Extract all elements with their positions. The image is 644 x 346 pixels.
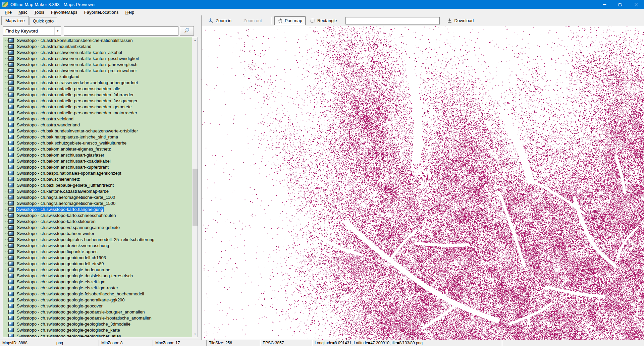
- tree-item[interactable]: Swisstopo - ch.swisstopo.digitales-hoehe…: [3, 236, 192, 242]
- toolbar-input[interactable]: [345, 17, 440, 24]
- tree-item[interactable]: Swisstopo - ch.swisstopo-karto.schneesch…: [3, 212, 192, 218]
- scroll-down-icon[interactable]: ▼: [192, 331, 198, 337]
- close-button[interactable]: [628, 0, 644, 9]
- tree-item[interactable]: Swisstopo - ch.swisstopo.geologie-dosisl…: [3, 273, 192, 279]
- tree-item-label: Swisstopo - ch.nagra.aeromagnetische-kar…: [16, 194, 116, 200]
- tree-item[interactable]: Swisstopo - ch.astra.mountainbikeland: [3, 43, 192, 49]
- tree-item[interactable]: Swisstopo - ch.nagra.aeromagnetische-kar…: [3, 200, 192, 206]
- scroll-up-icon[interactable]: ▲: [192, 37, 198, 43]
- tree-item[interactable]: Swisstopo - ch.swisstopo.geologie-geocov…: [3, 303, 192, 309]
- map-layer-icon: [8, 99, 14, 103]
- tree-item[interactable]: Swisstopo - ch.bav.schienennetz: [3, 176, 192, 182]
- rectangle-select-icon: [310, 18, 315, 23]
- tree-item-label: Swisstopo - ch.astra.strassenverkehrszae…: [16, 80, 139, 85]
- status-bar: MapsID: 3888pngMinZoom: 8MaxZoom: 17Tile…: [0, 340, 644, 346]
- tree-item[interactable]: Swisstopo - ch.baspo.nationales-sportanl…: [3, 170, 192, 176]
- tree-connector: [4, 76, 8, 77]
- find-mode-dropdown[interactable]: Find by Keyword ▼: [3, 26, 61, 36]
- tree-item[interactable]: Swisstopo - ch.swisstopo.geologie-bodenu…: [3, 267, 192, 273]
- menu-item-help[interactable]: Help: [122, 9, 137, 15]
- tree-item[interactable]: Swisstopo - ch.astra.schwerverunfallte-k…: [3, 67, 192, 73]
- scrollbar-thumb[interactable]: [193, 169, 198, 226]
- restore-button[interactable]: [612, 0, 628, 9]
- tree-item[interactable]: Swisstopo - ch.nagra.aeromagnetische-kar…: [3, 194, 192, 200]
- menu-item-file[interactable]: File: [2, 9, 14, 15]
- tree-item[interactable]: Swisstopo - ch.swisstopo.dreiecksvermasc…: [3, 242, 192, 248]
- tree-item[interactable]: Swisstopo - ch.bak.schutzgebiete-unesco_…: [3, 140, 192, 146]
- tree-item[interactable]: Swisstopo - ch.astra.unfaelle-personensc…: [3, 110, 192, 116]
- menu-item-tools[interactable]: Tools: [32, 9, 47, 15]
- pan-map-button[interactable]: Pan map: [274, 16, 306, 25]
- tree-item[interactable]: Swisstopo - ch.bak.bundesinventar-schuet…: [3, 128, 192, 134]
- tree-item-label: Swisstopo - ch.astra.schwerverunfallte-k…: [16, 62, 139, 67]
- zoom-in-label: Zoom in: [216, 18, 231, 23]
- tree-item[interactable]: Swisstopo - ch.astra.unfaelle-personensc…: [3, 92, 192, 98]
- tree-item[interactable]: Swisstopo - ch.astra.unfaelle-personensc…: [3, 85, 192, 92]
- tree-item[interactable]: Swisstopo - ch.swisstopo-vd.spannungsarm…: [3, 224, 192, 230]
- tree-item[interactable]: Swisstopo - ch.swisstopo.geologie-eiszei…: [3, 285, 192, 291]
- tab-maps-tree[interactable]: Maps tree: [1, 16, 29, 25]
- map-layer-icon: [8, 153, 14, 157]
- tree-item[interactable]: Swisstopo - ch.astra.skatingland: [3, 73, 192, 79]
- tree-item[interactable]: Swisstopo - ch.swisstopo.fixpunkte-agnes: [3, 248, 192, 254]
- tree-item[interactable]: Swisstopo - ch.astra.veloland: [3, 116, 192, 122]
- map-layer-icon: [8, 237, 14, 242]
- tree-item[interactable]: Swisstopo - ch.swisstopo.geologie-geodae…: [3, 309, 192, 315]
- tree-item[interactable]: Swisstopo - ch.astra.unfaelle-personensc…: [3, 98, 192, 104]
- menu-item-misc[interactable]: Misc: [16, 9, 30, 15]
- tree-item[interactable]: Swisstopo - ch.swisstopo.geologie-eiszei…: [3, 279, 192, 285]
- tree-item[interactable]: Swisstopo - ch.swisstopo.geologie-felsob…: [3, 291, 192, 297]
- minimize-button[interactable]: [597, 0, 612, 9]
- chevron-down-icon[interactable]: ▼: [54, 27, 61, 35]
- tree-item[interactable]: Swisstopo - ch.bakom.anschlussart-koaxia…: [3, 158, 192, 164]
- tree-connector: [4, 107, 8, 107]
- download-button[interactable]: Download: [444, 16, 477, 25]
- tree-item[interactable]: Swisstopo - ch.swisstopo.geologie-geolog…: [3, 333, 192, 337]
- tree-item[interactable]: Swisstopo - ch.bak.halteplaetze-jenische…: [3, 134, 192, 140]
- menu-item-favoritelocations[interactable]: FavoriteLocations: [82, 9, 121, 15]
- rectangle-button[interactable]: Rectangle: [307, 16, 340, 25]
- tree-item[interactable]: Swisstopo - ch.bakom.anschlussart-glasfa…: [3, 152, 192, 158]
- tree-item[interactable]: Swisstopo - ch.swisstopo-karto.skitouren: [3, 218, 192, 224]
- menu-item-favoritemaps[interactable]: FavoriteMaps: [48, 9, 80, 15]
- tree-item[interactable]: Swisstopo - ch.swisstopo.geoidmodell-etr…: [3, 261, 192, 267]
- tree-item[interactable]: Swisstopo - ch.swisstopo.geologie-genera…: [3, 297, 192, 303]
- tree-item[interactable]: Swisstopo - ch.astra.schwerverunfallte-k…: [3, 61, 192, 67]
- status-cell: MaxZoom: 17: [153, 340, 207, 346]
- tree-scrollbar[interactable]: ▲ ▼: [192, 37, 198, 337]
- tree-item-label: Swisstopo - ch.astra.veloland: [16, 116, 74, 122]
- tree-item[interactable]: Swisstopo - ch.bakom.anbieter-eigenes_fe…: [3, 146, 192, 152]
- rectangle-label: Rectangle: [317, 18, 337, 23]
- search-input[interactable]: [64, 26, 178, 36]
- map-canvas[interactable]: [202, 26, 644, 340]
- zoom-in-button[interactable]: Zoom in: [205, 16, 235, 25]
- map-layer-icon: [8, 274, 14, 278]
- zoom-out-button[interactable]: Zoom out: [240, 16, 265, 25]
- tree-item[interactable]: Swisstopo - ch.astra.wanderland: [3, 122, 192, 128]
- tree-item-label: Swisstopo - ch.astra.skatingland: [16, 74, 80, 79]
- tree-item[interactable]: Swisstopo - ch.swisstopo.bahnen-winter: [3, 230, 192, 236]
- search-row: Find by Keyword ▼: [3, 26, 194, 36]
- tree-item[interactable]: Swisstopo - ch.astra.strassenverkehrszae…: [3, 79, 192, 85]
- tree-item[interactable]: Swisstopo - ch.astra.schwerverunfallte-k…: [3, 49, 192, 55]
- tree-item[interactable]: Swisstopo - ch.bazl.bebaute-gebiete_luft…: [3, 182, 192, 188]
- tree-item[interactable]: Swisstopo - ch.swisstopo.geologie-geolog…: [3, 321, 192, 327]
- map-viewport[interactable]: [202, 26, 644, 340]
- tree-item[interactable]: Swisstopo - ch.swisstopo.geoidmodell-ch1…: [3, 254, 192, 261]
- tree-item-label: Swisstopo - ch.swisstopo-karto.hangneigu…: [16, 207, 104, 212]
- tree-connector: [4, 113, 8, 113]
- map-layer-icon: [8, 123, 14, 127]
- tree-item[interactable]: Swisstopo - ch.swisstopo.geologie-geolog…: [3, 327, 192, 333]
- tree-item[interactable]: Swisstopo - ch.astra.schwerverunfallte-k…: [3, 55, 192, 61]
- map-layer-icon: [8, 280, 14, 284]
- tree-connector: [4, 131, 8, 131]
- map-layer-icon: [8, 268, 14, 272]
- tree-item[interactable]: Swisstopo - ch.swisstopo-karto.hangneigu…: [3, 206, 192, 212]
- search-button[interactable]: [180, 26, 194, 36]
- tree-item[interactable]: Swisstopo - ch.swisstopo.geologie-geodae…: [3, 315, 192, 321]
- tab-quick-goto[interactable]: Quick goto: [30, 17, 57, 25]
- tree-item[interactable]: Swisstopo - ch.kantone.cadastralwebmap-f…: [3, 188, 192, 194]
- tree-item[interactable]: Swisstopo - ch.bakom.anschlussart-kupfer…: [3, 164, 192, 170]
- tree-item[interactable]: Swisstopo - ch.astra.unfaelle-personensc…: [3, 104, 192, 110]
- tree-item[interactable]: Swisstopo - ch.astra.konsultationsbereic…: [3, 37, 192, 43]
